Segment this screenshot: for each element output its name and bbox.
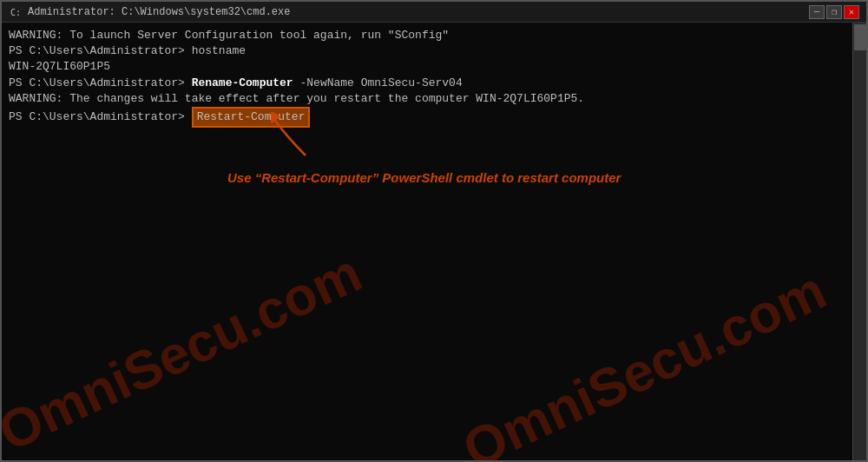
annotation-arrow	[271, 112, 323, 164]
title-bar-left: C:\ Administrator: C:\Windows\system32\c…	[9, 5, 290, 19]
watermark-2: OmniSecu.com	[450, 254, 838, 460]
close-button[interactable]: ✕	[844, 5, 859, 19]
scrollbar-thumb[interactable]	[854, 24, 866, 50]
annotation-text: Use “Restart-Computer” PowerShell cmdlet…	[227, 168, 621, 187]
cmd-icon: C:\	[9, 5, 23, 19]
restore-button[interactable]: ❐	[826, 5, 842, 19]
title-bar: C:\ Administrator: C:\Windows\system32\c…	[2, 2, 866, 23]
console-line-3: WIN-2Q7LI60P1P5	[9, 59, 859, 75]
console-line-1: WARNING: To launch Server Configuration …	[9, 28, 859, 43]
minimize-button[interactable]: —	[809, 5, 825, 19]
svg-text:C:\: C:\	[10, 8, 22, 17]
console-line-5: WARNING: The changes will take effect af…	[9, 91, 859, 107]
console-body[interactable]: WARNING: To launch Server Configuration …	[2, 23, 866, 460]
window-controls: — ❐ ✕	[809, 5, 859, 19]
console-line-6: PS C:\Users\Administrator> Restart-Compu…	[9, 107, 859, 128]
console-line-2: PS C:\Users\Administrator> hostname	[9, 43, 859, 59]
console-line-4: PS C:\Users\Administrator> Rename-Comput…	[9, 76, 859, 91]
watermark-1: OmniSecu.com	[2, 236, 374, 460]
scrollbar[interactable]	[852, 23, 866, 460]
window-title: Administrator: C:\Windows\system32\cmd.e…	[28, 6, 290, 18]
cmd-window: C:\ Administrator: C:\Windows\system32\c…	[0, 0, 868, 462]
